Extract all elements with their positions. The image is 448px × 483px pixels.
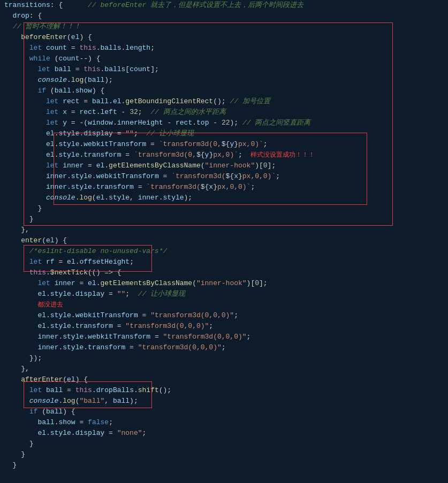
code-line: el.style.display = ""; // 让小球显现 [0,128,448,139]
code-line: transitions: { // beforeEnter 就去了，但是样式设置… [0,0,448,11]
code-line: console.log(el.style, inner.style); [0,193,448,203]
code-line: } [0,203,448,214]
code-line: if (ball.show) { [0,86,448,96]
code-line: inner.style.transform = "transform3d(0,0… [0,342,448,353]
code-line: let inner = el.getElementsByClassName("i… [0,160,448,171]
code-line: el.style.transform = "transform3d(0,0,0)… [0,321,448,332]
code-line: /*eslint-disable no-unused-vars*/ [0,246,448,257]
code-line: }, [0,364,448,374]
code-line: }, [0,225,448,235]
code-line: el.style.webkitTransform = "transform3d(… [0,310,448,321]
code-line: console.log("ball", ball); [0,396,448,407]
code-line: inner.style.webkitTransform = `transform… [0,171,448,182]
code-line: } [0,439,448,449]
code-editor: transitions: { // beforeEnter 就去了，但是样式设置… [0,0,448,483]
code-line: beforeEnter(el) { [0,32,448,43]
code-line: inner.style.transform = `transform3d(${x… [0,182,448,193]
code-line: let ball = this.balls[count]; [0,64,448,75]
code-line: let count = this.balls.length; [0,43,448,53]
code-line: } [0,214,448,225]
code-line: let rf = el.offsetHeight; [0,257,448,267]
code-line: while (count--) { [0,53,448,64]
code-line: this.$nextTick(() => { [0,267,448,278]
code-line: console.log(ball); [0,75,448,86]
code-line: el.style.display = "none"; [0,428,448,439]
code-line: el.style.webkitTransform = `transform3d(… [0,139,448,150]
code-line: afterEnter(el) { [0,374,448,385]
code-line: // 暂时不理解！！！ [0,21,448,32]
code-line: ball.show = false; [0,417,448,428]
code-line: let x = rect.left - 32; // 两点之间的水平距离 [0,107,448,118]
code-line: enter(el) { [0,235,448,246]
code-line: let inner = el.getElementsByClassName("i… [0,278,448,289]
code-line: let ball = this.dropBalls.shift(); [0,385,448,396]
code-line: let rect = ball.el.getBoundingClientRect… [0,96,448,107]
code-line: 都没进去 [0,300,448,310]
code-line: } [0,449,448,460]
code-line: el.style.display = ""; // 让小球显现 [0,289,448,300]
code-line: }); [0,353,448,364]
code-line: inner.style.webkitTransform = "transform… [0,332,448,342]
code-line: el.style.transform = `transform3d(0,${y}… [0,150,448,160]
code-line: } [0,460,448,471]
code-line: let y = -(window.innerHeight - rect.top … [0,118,448,128]
code-line: if (ball) { [0,407,448,417]
code-line: drop: { [0,11,448,21]
